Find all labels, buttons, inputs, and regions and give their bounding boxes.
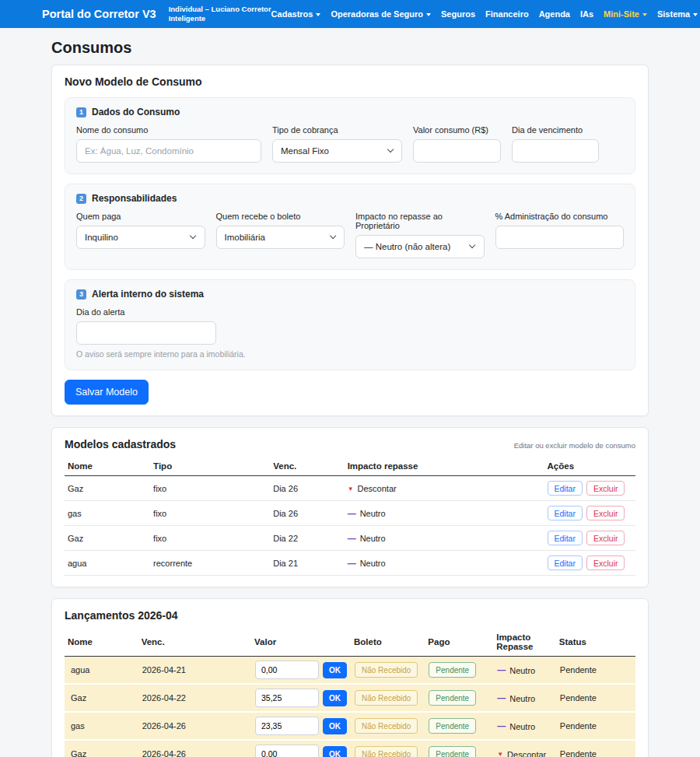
valor-input[interactable] (255, 661, 319, 679)
delete-button[interactable]: Excluir (586, 531, 625, 545)
cell-impacto: —Neutro (493, 712, 556, 740)
nav-item-label: IAs (580, 9, 593, 19)
quem-paga-label: Quem paga (76, 212, 205, 221)
nav-item-label: Operadoras de Seguro (331, 9, 423, 19)
nav-item-label: Financeiro (485, 9, 529, 19)
delete-button[interactable]: Excluir (586, 506, 625, 520)
nav-item-mini-site[interactable]: Mini-Site (604, 9, 647, 19)
impact-label: Neutro (360, 509, 386, 518)
cell-boleto: Não Recebido (351, 712, 425, 740)
cell-valor: OK (251, 657, 351, 685)
pago-status-button[interactable]: Pendente (429, 718, 476, 734)
cell-nome: gas (65, 712, 138, 740)
table-row: Gaz fixo Dia 22 —Neutro EditarExcluir (65, 526, 635, 551)
dia-vencimento-input[interactable] (512, 139, 599, 163)
cell-status: Pendente (556, 712, 635, 740)
table-row: gas 2026-04-26 OK Não Recebido Pendente … (65, 712, 635, 740)
boleto-status-button[interactable]: Não Recebido (355, 690, 418, 706)
quem-recebe-select[interactable]: Imobiliária (216, 226, 345, 249)
valor-input[interactable] (255, 717, 319, 735)
cell-acoes: EditarExcluir (544, 526, 635, 551)
table-row: Gaz 2026-04-26 OK Não Recebido Pendente … (65, 740, 635, 757)
chevron-down-icon (693, 13, 698, 16)
cell-nome: agua (65, 657, 138, 685)
cell-tipo: recorrente (150, 551, 270, 576)
boleto-status-button[interactable]: Não Recebido (355, 718, 418, 734)
brand-title[interactable]: Portal do Corretor V3 (42, 8, 156, 20)
launches-header-valor: Valor (251, 628, 351, 657)
pago-status-button[interactable]: Pendente (429, 746, 476, 757)
cell-pago: Pendente (425, 712, 493, 740)
cell-tipo: fixo (150, 476, 270, 501)
delete-button[interactable]: Excluir (586, 555, 625, 570)
dia-alerta-label: Dia do alerta (76, 307, 624, 317)
edit-button[interactable]: Editar (548, 531, 583, 545)
valor-input[interactable] (255, 745, 319, 757)
boleto-status-button[interactable]: Não Recebido (355, 662, 418, 678)
chevron-down-icon (426, 13, 431, 16)
cell-venc: Dia 21 (270, 551, 344, 576)
discount-triangle-icon: ▼ (348, 485, 354, 492)
dia-vencimento-label: Dia de vencimento (512, 125, 599, 135)
impact-label: Neutro (509, 722, 535, 731)
launches-header-impacto: Impacto Repasse (493, 628, 556, 657)
impacto-repasse-select-wrap: — Neutro (não altera) (355, 235, 485, 258)
valor-consumo-input[interactable] (413, 139, 501, 163)
edit-button[interactable]: Editar (548, 555, 583, 570)
cell-valor: OK (251, 712, 351, 740)
nome-consumo-input[interactable] (76, 139, 261, 163)
cell-venc: 2026-04-21 (138, 657, 251, 685)
cell-acoes: EditarExcluir (544, 501, 635, 526)
nav-item-cadastros[interactable]: Cadastros (271, 9, 321, 19)
delete-button[interactable]: Excluir (586, 481, 625, 496)
impact-label: Descontar (358, 484, 397, 493)
nav-item-sistema[interactable]: Sistema (657, 9, 698, 19)
dia-alerta-input[interactable] (76, 321, 216, 345)
tipo-cobranca-select[interactable]: Mensal Fixo (272, 139, 402, 163)
models-table-header-row: Nome Tipo Venc. Impacto repasse Ações (65, 457, 635, 476)
ok-button[interactable]: OK (323, 690, 347, 706)
cell-nome: Gaz (65, 684, 138, 712)
cell-venc: Dia 26 (270, 476, 344, 501)
models-header-acoes: Ações (544, 457, 635, 476)
valor-input[interactable] (255, 689, 319, 707)
quem-paga-select-wrap: Inquilino (76, 226, 205, 249)
account-subtitle-line2: Inteligente (169, 14, 206, 23)
save-model-button[interactable]: Salvar Modelo (65, 380, 149, 405)
cell-nome: gas (65, 501, 150, 526)
new-model-card: Novo Modelo de Consumo 1 Dados do Consum… (51, 65, 649, 416)
models-card-hint: Editar ou excluir modelo de consumo (514, 441, 635, 450)
nav-item-agenda[interactable]: Agenda (539, 9, 570, 19)
table-row: Gaz fixo Dia 26 ▼Descontar EditarExcluir (65, 476, 635, 501)
edit-button[interactable]: Editar (548, 506, 583, 520)
section-number-1-icon: 1 (76, 107, 86, 117)
pago-status-button[interactable]: Pendente (429, 690, 476, 706)
field-dia-alerta: Dia do alerta (76, 307, 624, 345)
boleto-status-button[interactable]: Não Recebido (355, 746, 418, 757)
cell-venc: Dia 26 (270, 501, 344, 526)
neutral-dash-icon: — (497, 722, 506, 731)
table-row: agua recorrente Dia 21 —Neutro EditarExc… (65, 551, 635, 576)
cell-impacto: —Neutro (345, 551, 544, 576)
ok-button[interactable]: OK (323, 662, 347, 678)
edit-button[interactable]: Editar (548, 481, 583, 496)
nav-item-seguros[interactable]: Seguros (441, 9, 475, 19)
ok-button[interactable]: OK (323, 746, 347, 757)
nav-item-financeiro[interactable]: Financeiro (485, 9, 529, 19)
quem-paga-select[interactable]: Inquilino (76, 226, 205, 249)
admin-consumo-input[interactable] (495, 226, 625, 249)
nav-item-ias[interactable]: IAs (580, 9, 593, 19)
page-title: Consumos (51, 39, 649, 57)
pago-status-button[interactable]: Pendente (429, 662, 476, 678)
ok-button[interactable]: OK (323, 718, 347, 734)
tipo-cobranca-label: Tipo de cobrança (272, 125, 402, 135)
chevron-down-icon (642, 13, 647, 16)
impacto-repasse-select[interactable]: — Neutro (não altera) (355, 235, 485, 258)
field-admin-consumo: % Administração do consumo (495, 212, 625, 258)
nav-item-operadoras[interactable]: Operadoras de Seguro (331, 9, 431, 19)
launches-header-pago: Pago (425, 628, 493, 657)
chevron-down-icon (316, 13, 320, 16)
impact-label: Descontar (507, 750, 546, 757)
cell-tipo: fixo (150, 526, 270, 551)
top-navbar: Portal do Corretor V3 Individual – Lucia… (0, 0, 700, 28)
